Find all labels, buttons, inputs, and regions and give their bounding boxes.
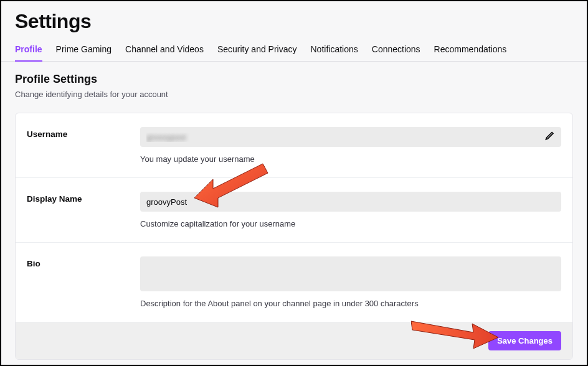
edit-username-button[interactable] [541, 128, 557, 146]
display-name-input[interactable] [140, 192, 561, 212]
tab-profile[interactable]: Profile [15, 39, 42, 62]
card-footer: Save Changes [16, 322, 572, 359]
bio-helper: Description for the About panel on your … [140, 299, 561, 308]
tab-notifications[interactable]: Notifications [311, 39, 358, 61]
profile-card: Username You may update your username [15, 113, 573, 360]
settings-tabs: Profile Prime Gaming Channel and Videos … [1, 39, 587, 62]
bio-input[interactable] [140, 256, 561, 291]
tab-prime-gaming[interactable]: Prime Gaming [56, 39, 111, 61]
row-display-name: Display Name Customize capitalization fo… [16, 178, 572, 243]
bio-label: Bio [27, 256, 140, 268]
save-button[interactable]: Save Changes [488, 331, 561, 350]
display-name-helper: Customize capitalization for your userna… [140, 219, 561, 228]
section-title: Profile Settings [15, 73, 573, 86]
username-label: Username [27, 127, 140, 139]
section-header: Profile Settings Change identifying deta… [1, 62, 587, 104]
tab-connections[interactable]: Connections [372, 39, 420, 61]
username-input[interactable] [140, 127, 561, 147]
display-name-label: Display Name [27, 192, 140, 204]
tab-security-privacy[interactable]: Security and Privacy [217, 39, 297, 61]
row-bio: Bio Description for the About panel on y… [16, 243, 572, 322]
section-subtitle: Change identifying details for your acco… [15, 90, 573, 99]
username-helper: You may update your username [140, 154, 561, 164]
pencil-icon [544, 131, 555, 144]
tab-recommendations[interactable]: Recommendations [434, 39, 507, 61]
tab-channel-videos[interactable]: Channel and Videos [125, 39, 204, 61]
page-title: Settings [1, 1, 587, 39]
row-username: Username You may update your username [16, 113, 572, 178]
